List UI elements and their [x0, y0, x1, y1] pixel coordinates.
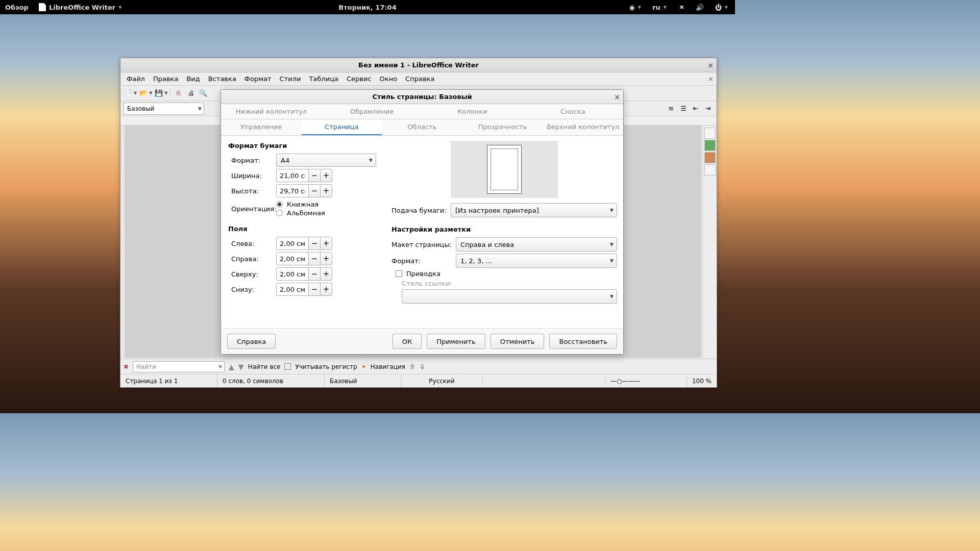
cancel-button[interactable]: Отменить	[491, 334, 545, 349]
document-icon	[39, 3, 46, 11]
find-next-icon[interactable]: ▼	[238, 363, 244, 371]
sidebar-styles-icon[interactable]	[704, 140, 716, 151]
menu-tools[interactable]: Сервис	[342, 73, 376, 84]
portrait-radio[interactable]	[276, 201, 283, 208]
tab-borders[interactable]: Обрамление	[322, 104, 422, 119]
nav-prev-icon[interactable]: ⤊	[409, 363, 415, 371]
findbar-close-icon[interactable]: ✖	[124, 363, 129, 370]
clock[interactable]: Вторник, 17:04	[333, 0, 401, 14]
status-style[interactable]: Базовый	[325, 374, 401, 387]
tab-header[interactable]: Верхний колонтитул	[543, 119, 623, 135]
gnome-top-panel: Обзор LibreOffice Writer ▼ Вторник, 17:0…	[0, 0, 735, 14]
find-prev-icon[interactable]: ▲	[229, 363, 234, 371]
height-dec[interactable]: −	[308, 184, 321, 197]
help-button[interactable]: Справка	[227, 334, 276, 349]
margin-top-input[interactable]	[276, 267, 309, 281]
nav-icon[interactable]: ✦	[361, 363, 366, 370]
tab-organizer[interactable]: Управление	[221, 119, 302, 135]
open-icon[interactable]: 📂	[138, 88, 149, 99]
status-lang[interactable]: Русский	[401, 374, 483, 387]
tab-columns[interactable]: Колонки	[422, 104, 523, 119]
navigation-label: Навигация	[371, 363, 405, 370]
dialog-tabs-row2: Управление Страница Область Прозрачность…	[221, 119, 623, 136]
ok-button[interactable]: ОК	[393, 334, 422, 349]
window-close-button[interactable]: ×	[707, 61, 714, 69]
menu-view[interactable]: Вид	[182, 73, 204, 84]
width-input[interactable]	[276, 169, 309, 182]
orientation-label: Ориентация:	[228, 205, 276, 213]
margin-right-input[interactable]	[276, 252, 309, 265]
app-menu[interactable]: LibreOffice Writer ▼	[34, 0, 127, 14]
menu-edit[interactable]: Правка	[149, 73, 182, 84]
paper-format-select[interactable]: A4▼	[276, 154, 376, 167]
menu-table[interactable]: Таблица	[305, 73, 342, 84]
margin-bottom-dec[interactable]: −	[308, 283, 321, 296]
dialog-close-button[interactable]: ×	[614, 93, 620, 101]
margin-top-inc[interactable]: +	[320, 267, 332, 281]
keyboard-layout[interactable]: ru ▼	[647, 0, 672, 14]
tab-page[interactable]: Страница	[302, 119, 382, 135]
list-bullet-icon[interactable]: ≡	[666, 103, 677, 114]
number-format-label: Формат:	[391, 257, 456, 265]
statusbar: Страница 1 из 1 0 слов, 0 символов Базов…	[120, 374, 717, 387]
volume-icon[interactable]: 🔊	[691, 0, 709, 14]
tab-transparency[interactable]: Прозрачность	[462, 119, 543, 135]
activities-button[interactable]: Обзор	[0, 0, 34, 14]
print-icon[interactable]: 🖨	[185, 88, 197, 99]
indent-inc-icon[interactable]: ⇥	[702, 103, 714, 114]
margin-right-dec[interactable]: −	[308, 252, 321, 265]
save-icon[interactable]: 💾	[153, 88, 164, 99]
tab-footer[interactable]: Нижний колонтитул	[221, 104, 322, 119]
indent-dec-icon[interactable]: ⇤	[690, 103, 701, 114]
match-case-label: Учитывать регистр	[295, 363, 357, 370]
number-format-select[interactable]: 1, 2, 3, ...▼	[456, 254, 617, 268]
width-inc[interactable]: +	[320, 169, 332, 182]
list-number-icon[interactable]: ☰	[678, 103, 689, 114]
find-input[interactable]: Найти▼	[133, 361, 225, 372]
margin-bottom-inc[interactable]: +	[320, 283, 332, 296]
doc-close-button[interactable]: ×	[708, 75, 714, 83]
margin-left-inc[interactable]: +	[320, 237, 332, 250]
sidebar-navigator-icon[interactable]	[704, 164, 716, 176]
zoom-slider[interactable]: —○———	[605, 374, 687, 387]
window-titlebar: Без имени 1 - LibreOffice Writer ×	[120, 58, 717, 72]
menu-file[interactable]: Файл	[122, 73, 149, 84]
accessibility-menu[interactable]: ◉ ▼	[624, 0, 647, 14]
menu-help[interactable]: Справка	[401, 73, 438, 84]
margin-left-dec[interactable]: −	[308, 237, 321, 250]
paper-tray-select[interactable]: [Из настроек принтера]▼	[451, 203, 617, 217]
margin-bottom-input[interactable]	[276, 283, 309, 296]
menu-format[interactable]: Формат	[240, 73, 276, 84]
tab-area[interactable]: Область	[382, 119, 462, 135]
margin-top-dec[interactable]: −	[308, 267, 321, 281]
sidebar-gallery-icon[interactable]	[704, 152, 716, 163]
width-dec[interactable]: −	[308, 169, 321, 182]
height-input[interactable]	[276, 184, 309, 197]
apply-button[interactable]: Применить	[427, 334, 485, 349]
tab-footnote[interactable]: Сноска	[523, 104, 623, 119]
menu-styles[interactable]: Стили	[276, 73, 305, 84]
paragraph-style-select[interactable]: Базовый▼	[124, 103, 204, 115]
nav-next-icon[interactable]: ⤋	[420, 363, 426, 371]
margin-left-input[interactable]	[276, 237, 309, 250]
status-words[interactable]: 0 слов, 0 символов	[217, 374, 325, 387]
restore-button[interactable]: Восстановить	[549, 334, 617, 349]
new-doc-icon[interactable]: 📄	[122, 88, 134, 99]
export-pdf-icon[interactable]: ⎘	[173, 88, 184, 99]
register-true-label: Приводка	[406, 270, 440, 278]
match-case-checkbox[interactable]	[284, 363, 291, 370]
find-all-button[interactable]: Найти все	[248, 363, 281, 370]
network-icon[interactable]: ⪤	[673, 0, 690, 14]
margin-right-inc[interactable]: +	[320, 252, 332, 265]
landscape-radio[interactable]	[276, 210, 283, 216]
menu-insert[interactable]: Вставка	[204, 73, 240, 84]
status-page[interactable]: Страница 1 из 1	[120, 374, 217, 387]
page-layout-select[interactable]: Справа и слева▼	[456, 237, 617, 252]
register-true-checkbox[interactable]	[396, 270, 402, 277]
menu-window[interactable]: Окно	[376, 73, 402, 84]
print-preview-icon[interactable]: 🔍	[198, 88, 209, 99]
zoom-value[interactable]: 100 %	[687, 374, 717, 387]
power-menu[interactable]: ⏻ ▼	[710, 0, 733, 14]
height-inc[interactable]: +	[320, 184, 332, 197]
sidebar-properties-icon[interactable]	[704, 128, 716, 139]
